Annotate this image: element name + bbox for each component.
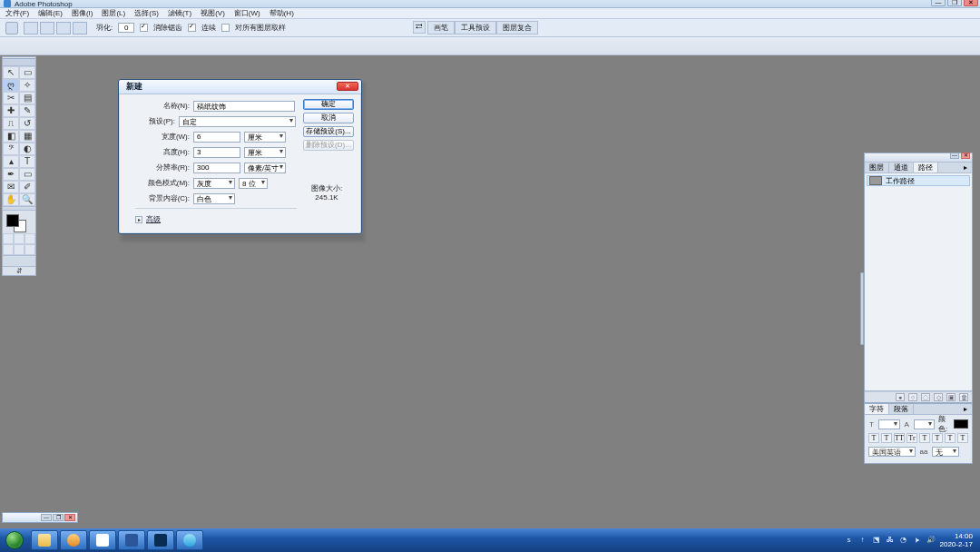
mindoc-max-button[interactable]: ❐ xyxy=(53,514,64,521)
path-select-tool-icon[interactable]: ▴ xyxy=(3,155,19,168)
palette-tab-layercomps[interactable]: 图层复合 xyxy=(496,21,538,34)
tray-volume-icon[interactable]: 🔊 xyxy=(926,536,936,545)
notes-tool-icon[interactable]: ✉ xyxy=(3,181,19,193)
subscript-button[interactable]: T xyxy=(932,433,943,443)
screen-mode-icon[interactable] xyxy=(24,233,35,244)
type-tool-icon[interactable]: T xyxy=(19,155,35,168)
new-path-icon[interactable]: ▣ xyxy=(946,393,956,401)
input-height[interactable]: 3 xyxy=(193,147,240,158)
antialias-select[interactable]: 无 xyxy=(932,447,959,457)
eyedropper-tool-icon[interactable]: ✐ xyxy=(19,181,35,193)
marquee-tool-icon[interactable]: ▭ xyxy=(19,66,35,79)
current-tool-icon[interactable] xyxy=(5,22,18,34)
tray-icon-1[interactable]: s xyxy=(845,536,854,545)
select-colormode[interactable]: 灰度 xyxy=(193,178,235,189)
toolbox-expand-icon[interactable]: ⇵ xyxy=(3,266,35,275)
select-preset[interactable]: 自定 xyxy=(179,116,296,127)
menu-edit[interactable]: 编辑(E) xyxy=(38,8,63,18)
tray-network-icon[interactable]: 🖧 xyxy=(886,536,895,545)
superscript-button[interactable]: T xyxy=(919,433,930,443)
path-to-sel-icon[interactable]: ◌ xyxy=(921,393,930,401)
mindoc-close-button[interactable]: ✕ xyxy=(64,514,75,521)
gradient-tool-icon[interactable]: ▦ xyxy=(19,130,35,143)
faux-bold-button[interactable]: T xyxy=(868,433,879,443)
tab-character[interactable]: 字符 xyxy=(865,404,889,414)
text-color-swatch[interactable] xyxy=(954,419,968,429)
brush-tool-icon[interactable]: ✎ xyxy=(19,104,35,117)
menu-filter[interactable]: 滤镜(T) xyxy=(168,8,191,18)
zoom-tool-icon[interactable]: 🔍 xyxy=(19,193,35,206)
tab-paragraph[interactable]: 段落 xyxy=(889,404,914,414)
start-button[interactable] xyxy=(0,528,29,552)
feather-input[interactable]: 0 xyxy=(118,23,134,33)
select-resolution-unit[interactable]: 像素/英寸 xyxy=(244,163,286,173)
tab-channels[interactable]: 通道 xyxy=(889,163,914,172)
select-height-unit[interactable]: 厘米 xyxy=(244,147,286,158)
palette-toggle-icon[interactable]: ⮂ xyxy=(413,21,426,34)
cancel-button[interactable]: 取消 xyxy=(303,113,354,123)
hand-tool-icon[interactable]: ✋ xyxy=(3,193,19,206)
input-width[interactable]: 6 xyxy=(193,132,240,143)
tray-icon-6[interactable]: 🕨 xyxy=(913,536,922,545)
screenmode-full-icon[interactable] xyxy=(24,244,35,255)
jump-to-imageready-icon[interactable] xyxy=(3,255,35,266)
sel-to-path-icon[interactable]: ◇ xyxy=(934,393,943,401)
mindoc-restore-button[interactable]: — xyxy=(41,514,52,521)
tab-layers[interactable]: 图层 xyxy=(865,163,889,172)
history-brush-tool-icon[interactable]: ↺ xyxy=(19,117,35,130)
select-bitdepth[interactable]: 8 位 xyxy=(239,178,268,189)
underline-button[interactable]: T xyxy=(945,433,956,443)
task-ie[interactable] xyxy=(176,530,203,550)
foreground-color-swatch[interactable] xyxy=(6,214,19,227)
dialog-titlebar[interactable]: 新建 ✕ xyxy=(119,80,361,94)
leading-select[interactable] xyxy=(914,419,936,429)
taskbar-clock[interactable]: 14:00 2020-2-17 xyxy=(940,532,976,548)
smallcaps-button[interactable]: Tr xyxy=(906,433,917,443)
blur-tool-icon[interactable]: 𝄢 xyxy=(3,143,19,155)
strikethrough-button[interactable]: T xyxy=(957,433,968,443)
char-panel-menu-icon[interactable]: ▸ xyxy=(959,404,972,414)
slice-tool-icon[interactable]: ▤ xyxy=(19,92,35,104)
font-size-select[interactable] xyxy=(878,419,900,429)
ok-button[interactable]: 确定 xyxy=(303,99,354,110)
healing-tool-icon[interactable]: ✚ xyxy=(3,104,19,117)
move-tool-icon[interactable]: ↖ xyxy=(3,66,19,79)
menu-file[interactable]: 文件(F) xyxy=(5,8,29,18)
faux-italic-button[interactable]: T xyxy=(881,433,892,443)
fill-path-icon[interactable]: ● xyxy=(896,393,905,401)
screenmode-full-menu-icon[interactable] xyxy=(14,244,24,255)
sample-all-checkbox[interactable] xyxy=(221,24,230,32)
panel-header[interactable]: — ✕ xyxy=(865,153,972,163)
menu-layer[interactable]: 图层(L) xyxy=(102,8,125,18)
task-photoshop[interactable] xyxy=(147,530,174,550)
lasso-tool-icon[interactable]: ღ xyxy=(3,79,19,92)
tray-icon-3[interactable]: ⬔ xyxy=(872,536,881,545)
pen-tool-icon[interactable]: ✒ xyxy=(3,168,19,181)
crop-tool-icon[interactable]: ✂ xyxy=(3,92,19,104)
stamp-tool-icon[interactable]: ⎍ xyxy=(3,117,19,130)
shape-tool-icon[interactable]: ▭ xyxy=(19,168,35,181)
contiguous-checkbox[interactable] xyxy=(188,24,196,32)
delete-path-icon[interactable]: 🗑 xyxy=(959,393,968,401)
input-name[interactable]: 稿纸纹饰 xyxy=(193,101,295,112)
menu-window[interactable]: 窗口(W) xyxy=(234,8,260,18)
menu-select[interactable]: 选择(S) xyxy=(134,8,159,18)
quickmask-standard-icon[interactable] xyxy=(3,233,14,244)
advanced-label[interactable]: 高级 xyxy=(146,214,161,224)
dialog-close-button[interactable]: ✕ xyxy=(337,82,358,91)
menu-view[interactable]: 视图(V) xyxy=(201,8,225,18)
selmode-int[interactable] xyxy=(73,22,87,34)
panel-min-button[interactable]: — xyxy=(950,153,959,159)
magic-wand-tool-icon[interactable]: ✧ xyxy=(19,79,35,92)
tab-paths[interactable]: 路径 xyxy=(914,163,938,172)
selmode-add[interactable] xyxy=(40,22,54,34)
selmode-new[interactable] xyxy=(24,22,38,34)
stroke-path-icon[interactable]: ○ xyxy=(908,393,917,401)
allcaps-button[interactable]: TT xyxy=(894,433,905,443)
eraser-tool-icon[interactable]: ◧ xyxy=(3,130,19,143)
close-button[interactable]: ✕ xyxy=(964,0,978,6)
palette-tab-brushes[interactable]: 画笔 xyxy=(427,21,455,34)
task-mediaplayer[interactable] xyxy=(60,530,87,550)
dodge-tool-icon[interactable]: ◐ xyxy=(19,143,35,155)
task-word[interactable] xyxy=(118,530,145,550)
